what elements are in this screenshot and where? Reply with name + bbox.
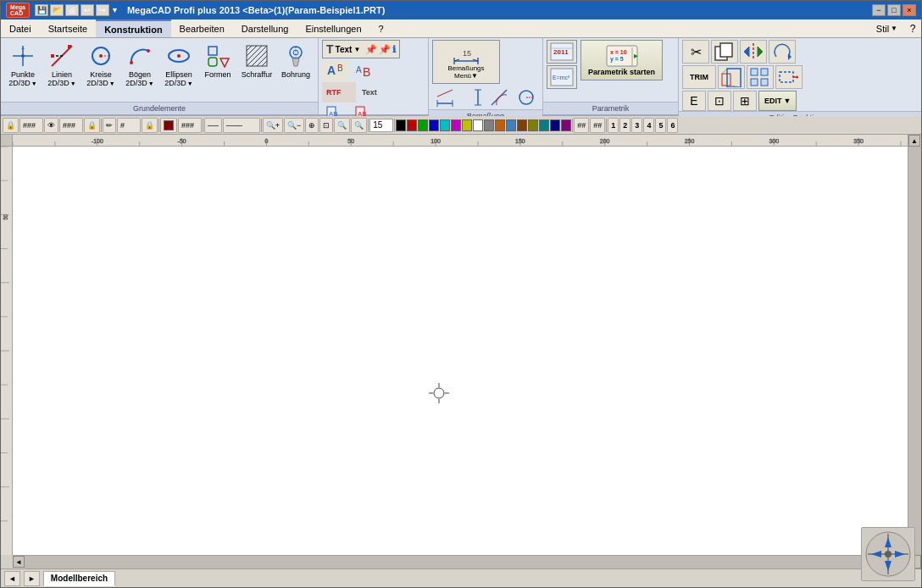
num-3[interactable]: 3 xyxy=(631,118,642,133)
tb2-layer-eye[interactable]: 👁 xyxy=(44,118,58,133)
text-main-dropdown[interactable]: T Text ▼ 📌 📌 ℹ xyxy=(322,40,400,58)
nav-next-btn[interactable]: ► xyxy=(24,571,40,586)
tool-e2[interactable]: ⊡ xyxy=(708,91,731,111)
tb2-linewidth[interactable]: ── xyxy=(204,118,222,133)
tool-schraffur[interactable]: Schraffur xyxy=(238,40,275,92)
tool-dim-angle[interactable] xyxy=(486,86,512,109)
maximize-button[interactable]: □ xyxy=(887,4,901,16)
drawing-canvas[interactable] xyxy=(13,147,908,555)
num-5[interactable]: 5 xyxy=(655,118,666,133)
close-button[interactable]: × xyxy=(903,4,916,16)
tb2-layer-lock2[interactable]: 🔒 xyxy=(84,118,100,133)
window-help-btn[interactable]: ? xyxy=(904,19,921,37)
tb2-zoom-all[interactable]: ⊡ xyxy=(319,118,333,133)
tool-scale[interactable] xyxy=(718,65,745,89)
tool-text-label[interactable]: Text xyxy=(358,82,392,103)
color-black[interactable] xyxy=(396,119,406,131)
tool-linien[interactable]: Linien2D/3D▼ xyxy=(43,40,81,92)
tb2-hash3[interactable]: ## xyxy=(574,118,589,133)
bemassungs-menu-btn[interactable]: 15 BemaßungsMenü▼ xyxy=(432,40,500,84)
tb2-hash4[interactable]: ## xyxy=(590,118,605,133)
tool-array[interactable] xyxy=(747,65,774,89)
tool-formen[interactable]: Formen xyxy=(199,40,236,92)
tb2-hash2[interactable]: ### xyxy=(178,118,202,133)
tool-edit-dropdown[interactable]: EDIT ▼ xyxy=(758,91,797,111)
tool-boegen[interactable]: Bögen2D/3D▼ xyxy=(121,40,158,92)
stil-button[interactable]: Stil ▼ xyxy=(869,19,904,37)
menu-item-darstellung[interactable]: Darstellung xyxy=(233,19,297,37)
qa-btn[interactable]: 💾 xyxy=(35,4,48,16)
num-2[interactable]: 2 xyxy=(619,118,630,133)
tool-rtf[interactable]: RTF xyxy=(322,82,356,103)
color-red[interactable] xyxy=(407,119,417,131)
tb2-layer-num2[interactable]: ### xyxy=(59,118,83,133)
hscroll-left[interactable]: ◄ xyxy=(13,556,25,568)
vscroll-up[interactable]: ▲ xyxy=(908,135,920,147)
tool-e3[interactable]: ⊞ xyxy=(733,91,757,111)
tool-bohrung[interactable]: Bohrung xyxy=(277,40,314,92)
tool-stretch[interactable] xyxy=(775,65,803,89)
color-green[interactable] xyxy=(418,119,428,131)
color-teal[interactable] xyxy=(539,119,549,131)
tool-kreise[interactable]: Kreise2D/3D▼ xyxy=(82,40,119,92)
hscroll-track[interactable] xyxy=(25,556,896,569)
menu-item-konstruktion[interactable]: Konstruktion xyxy=(96,19,170,37)
tool-param1[interactable]: 2011 xyxy=(547,40,577,64)
tool-param2[interactable]: E=mc² xyxy=(547,65,577,89)
tool-ellipsen[interactable]: Ellipsen2D/3D▼ xyxy=(160,40,197,92)
color-navy[interactable] xyxy=(550,119,560,131)
tool-text-ab2[interactable]: A B xyxy=(351,61,378,81)
color-white[interactable] xyxy=(473,119,483,131)
color-lightblue[interactable] xyxy=(506,119,516,131)
menu-item-help[interactable]: ? xyxy=(370,19,392,37)
qa-btn5[interactable]: ↪ xyxy=(96,4,109,16)
color-brown[interactable] xyxy=(517,119,527,131)
tb2-pencil[interactable]: ✏ xyxy=(103,118,116,133)
tool-punkte[interactable]: + Punkte2D/3D▼ xyxy=(4,40,42,92)
color-blue[interactable] xyxy=(429,119,439,131)
vscroll-track[interactable] xyxy=(908,147,921,557)
nav-prev-btn[interactable]: ◄ xyxy=(4,571,20,586)
tb2-layer-num[interactable]: ### xyxy=(19,118,43,133)
tool-trim-icon[interactable]: TRIM xyxy=(682,65,716,89)
qa-btn2[interactable]: 📂 xyxy=(50,4,64,16)
tb2-zoom-in[interactable]: 🔍+ xyxy=(263,118,283,133)
color-olive[interactable] xyxy=(528,119,538,131)
tool-dim-radius[interactable] xyxy=(514,86,539,109)
menu-item-einstellungen[interactable]: Einstellungen xyxy=(297,19,369,37)
num-4[interactable]: 4 xyxy=(643,118,654,133)
color-magenta[interactable] xyxy=(451,119,461,131)
num-1[interactable]: 1 xyxy=(608,118,619,133)
color-orange[interactable] xyxy=(495,119,505,131)
tool-scissors[interactable]: ✂ xyxy=(682,40,709,64)
qa-expand[interactable]: ▼ xyxy=(111,6,119,14)
tb2-linestyle[interactable]: ─── xyxy=(223,118,260,133)
tb2-layer-lock[interactable]: 🔒 xyxy=(3,118,19,133)
tool-copy[interactable] xyxy=(711,40,738,64)
menu-item-bearbeiten[interactable]: Bearbeiten xyxy=(171,19,233,37)
qa-btn4[interactable]: ↩ xyxy=(81,4,94,16)
num-6[interactable]: 6 xyxy=(667,118,678,133)
tool-text-ab1[interactable]: A B xyxy=(322,61,349,81)
tool-mirror[interactable] xyxy=(740,40,767,64)
minimize-button[interactable]: − xyxy=(872,4,886,16)
color-purple[interactable] xyxy=(561,119,571,131)
color-gray1[interactable] xyxy=(484,119,494,131)
menu-item-startseite[interactable]: Startseite xyxy=(40,19,96,37)
tool-rotate[interactable] xyxy=(769,40,796,64)
tb2-hash1[interactable]: # xyxy=(117,118,141,133)
tool-e1[interactable]: E xyxy=(682,91,706,111)
tb2-zoom-prev[interactable]: 🔍 xyxy=(334,118,350,133)
color-yellow[interactable] xyxy=(462,119,472,131)
tool-dim-horiz[interactable] xyxy=(432,86,458,109)
tb2-zoom-custom[interactable]: 🔍 xyxy=(351,118,367,133)
tool-dim-vert[interactable] xyxy=(459,86,485,109)
tb2-zoom-fit[interactable]: ⊕ xyxy=(305,118,319,133)
tb2-lock3[interactable]: 🔒 xyxy=(142,118,158,133)
nav-compass[interactable] xyxy=(861,527,915,581)
tb2-zoom-out[interactable]: 🔍− xyxy=(284,118,304,133)
tab-modellbereich[interactable]: Modellbereich xyxy=(43,571,115,586)
menu-item-datei[interactable]: Datei xyxy=(1,19,40,37)
color-cyan[interactable] xyxy=(440,119,450,131)
parametrik-starten-btn[interactable]: x = 10 y = 5 ▶ Parametrik starten xyxy=(580,40,663,80)
